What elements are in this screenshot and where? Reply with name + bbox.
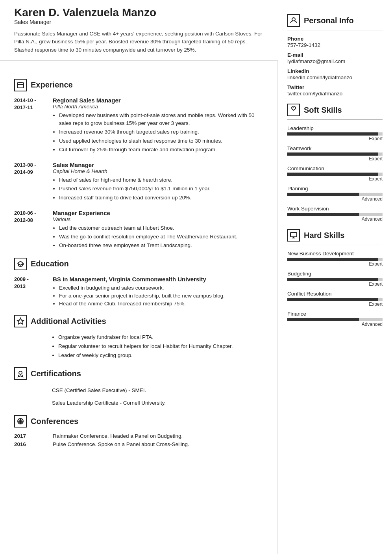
certifications-list: CSE (Certified Sales Executive) - SMEI. … (52, 385, 266, 408)
conferences-section-title: Conferences (14, 415, 266, 428)
skill-item: Teamwork Expert (287, 145, 383, 162)
experience-item: 2013-08 -2014-09 Sales Manager Capital H… (14, 162, 266, 203)
exp-dates: 2014-10 -2017-11 (14, 97, 46, 154)
skill-item: Finance Advanced (287, 311, 383, 327)
education-list: 2009 -2013 BS in Management, Virginia Co… (14, 276, 266, 308)
hard-skills-list: New Business Development Expert Budgetin… (287, 251, 383, 327)
svg-rect-7 (290, 232, 297, 237)
edu-bullets: Excelled in budgeting and sales coursewo… (53, 284, 225, 308)
experience-list: 2014-10 -2017-11 Regional Sales Manager … (14, 97, 266, 251)
certifications-section-title: Certifications (14, 367, 266, 380)
edu-degree: BS in Management, Virginia Commonwealth … (53, 276, 225, 283)
svg-point-6 (292, 18, 295, 21)
activities-list: Organize yearly fundraiser for local PTA… (52, 333, 266, 360)
experience-section-title: Experience (14, 79, 266, 91)
skill-item: Budgeting Expert (287, 271, 383, 287)
soft-skills-icon (287, 104, 300, 116)
cert-item: Sales Leadership Certificate - Cornell U… (52, 398, 266, 408)
experience-item: 2010-06 -2012-08 Manager Experience Vari… (14, 210, 266, 251)
skill-item: Conflict Resolution Expert (287, 291, 383, 307)
right-column: Personal Info Phone 757-729-1432 E-mail … (278, 0, 392, 554)
certifications-icon (14, 367, 27, 380)
experience-icon (14, 79, 27, 91)
svg-marker-3 (17, 318, 24, 324)
hard-skills-title: Hard Skills (287, 229, 383, 245)
education-item: 2009 -2013 BS in Management, Virginia Co… (14, 276, 266, 308)
experience-item: 2014-10 -2017-11 Regional Sales Manager … (14, 97, 266, 154)
conference-item: 2017 Rainmaker Conference. Headed a Pane… (14, 433, 266, 439)
education-section-title: Education (14, 258, 266, 270)
conferences-list: 2017 Rainmaker Conference. Headed a Pane… (14, 433, 266, 447)
exp-dates: 2010-06 -2012-08 (14, 210, 46, 251)
soft-skills-title: Soft Skills (287, 104, 383, 120)
hard-skills-icon (287, 229, 300, 242)
candidate-name: Karen D. Valenzuela Manzo (14, 6, 266, 19)
svg-rect-0 (17, 83, 24, 88)
header-section: Karen D. Valenzuela Manzo Sales Manager … (0, 0, 278, 61)
exp-company: Various (53, 216, 266, 222)
svg-point-4 (19, 371, 22, 374)
resume-container: Karen D. Valenzuela Manzo Sales Manager … (0, 0, 392, 554)
skill-item: Planning Advanced (287, 186, 383, 202)
edu-dates: 2009 -2013 (14, 276, 46, 308)
activities-section-title: Additional Activities (14, 315, 266, 327)
personal-info-title: Personal Info (287, 14, 383, 30)
exp-bullets: Developed new business with point-of-sal… (53, 112, 266, 154)
personal-info-icon (287, 14, 300, 27)
personal-info-fields: Phone 757-729-1432 E-mail lydiafmanzo@gm… (287, 36, 383, 97)
soft-skills-list: Leadership Expert Teamwork Expert Commun… (287, 125, 383, 222)
exp-role: Regional Sales Manager (53, 97, 266, 104)
exp-company: Pilla North America (53, 104, 266, 110)
exp-role: Manager Experience (53, 210, 266, 216)
education-icon (14, 258, 27, 270)
activities-icon (14, 315, 27, 327)
exp-company: Capital Home & Hearth (53, 168, 266, 174)
cert-item: CSE (Certified Sales Executive) - SMEI. (52, 385, 266, 396)
candidate-summary: Passionate Sales Manager and CSE with 4+… (14, 30, 266, 54)
exp-bullets: Led the customer outreach team at Hubert… (53, 224, 266, 250)
candidate-title: Sales Manager (14, 19, 266, 25)
skill-item: New Business Development Expert (287, 251, 383, 267)
left-column: Experience 2014-10 -2017-11 Regional Sal… (0, 61, 278, 554)
exp-bullets: Head of sales for high-end home & hearth… (53, 176, 266, 202)
conferences-icon (14, 415, 27, 428)
skill-item: Communication Expert (287, 165, 383, 182)
exp-dates: 2013-08 -2014-09 (14, 162, 46, 203)
skill-item: Leadership Expert (287, 125, 383, 141)
exp-role: Sales Manager (53, 162, 266, 168)
conference-item: 2016 Pulse Conference. Spoke on a Panel … (14, 441, 266, 447)
skill-item: Work Supervision Advanced (287, 206, 383, 222)
